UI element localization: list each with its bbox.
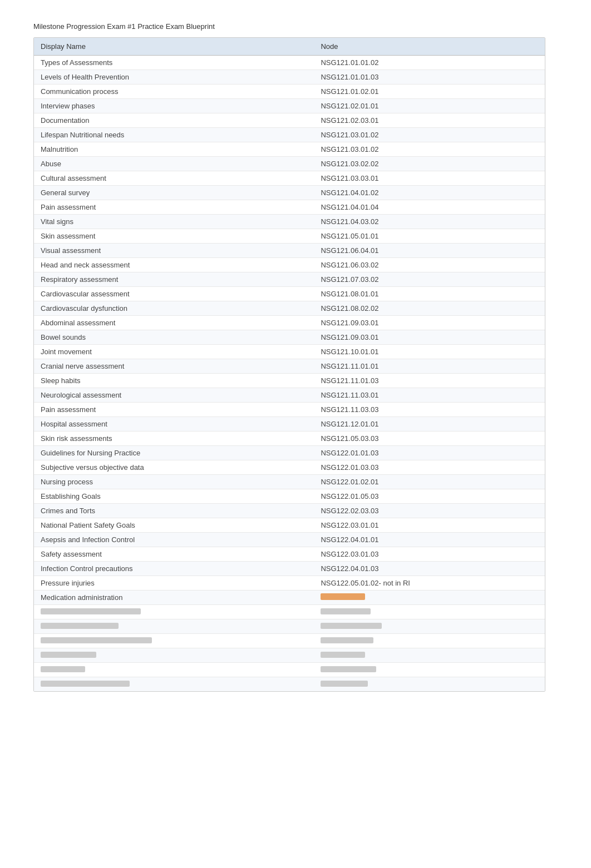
cell-node: NSG122.01.02.01: [314, 475, 545, 489]
cell-display-name: Subjective versus objective data: [34, 460, 314, 475]
cell-display-name: Sleep habits: [34, 374, 314, 388]
table-row: Pressure injuriesNSG122.05.01.02- not in…: [34, 576, 545, 591]
table-row: AbuseNSG121.03.02.02: [34, 157, 545, 171]
table-row: [34, 619, 545, 634]
cell-display-name: Safety assessment: [34, 547, 314, 562]
cell-display-name: [34, 634, 314, 648]
table-row: [34, 663, 545, 677]
cell-node: NSG121.03.02.02: [314, 157, 545, 171]
cell-node: NSG121.05.01.01: [314, 229, 545, 244]
table-row: [34, 605, 545, 619]
cell-node: NSG122.02.03.03: [314, 504, 545, 518]
table-row: [34, 677, 545, 692]
cell-node: NSG122.01.01.03: [314, 446, 545, 460]
cell-node: NSG121.02.01.01: [314, 99, 545, 113]
cell-display-name: Skin assessment: [34, 229, 314, 244]
cell-node: NSG121.03.03.01: [314, 171, 545, 186]
table-row: Bowel soundsNSG121.09.03.01: [34, 330, 545, 345]
cell-display-name: Medication administration: [34, 591, 314, 605]
cell-display-name: Abdominal assessment: [34, 316, 314, 330]
cell-display-name: Pain assessment: [34, 403, 314, 417]
cell-display-name: Head and neck assessment: [34, 258, 314, 272]
cell-display-name: Interview phases: [34, 99, 314, 113]
table-row: Head and neck assessmentNSG121.06.03.02: [34, 258, 545, 272]
table-row: Joint movementNSG121.10.01.01: [34, 345, 545, 359]
table-row: Skin assessmentNSG121.05.01.01: [34, 229, 545, 244]
cell-display-name: Documentation: [34, 113, 314, 128]
cell-display-name: National Patient Safety Goals: [34, 518, 314, 533]
cell-display-name: Cardiovascular assessment: [34, 287, 314, 301]
cell-node: NSG121.04.01.02: [314, 186, 545, 200]
cell-node: NSG121.09.03.01: [314, 316, 545, 330]
cell-node: [314, 648, 545, 663]
cell-node: NSG121.08.02.02: [314, 301, 545, 316]
table-row: Nursing processNSG122.01.02.01: [34, 475, 545, 489]
table-row: Vital signsNSG121.04.03.02: [34, 215, 545, 229]
cell-display-name: [34, 677, 314, 692]
cell-display-name: [34, 663, 314, 677]
table-row: Crimes and TortsNSG122.02.03.03: [34, 504, 545, 518]
cell-node: NSG121.11.03.01: [314, 388, 545, 403]
cell-node: NSG122.04.01.01: [314, 533, 545, 547]
table-row: Hospital assessmentNSG121.12.01.01: [34, 417, 545, 431]
cell-node: [314, 619, 545, 634]
cell-display-name: Neurological assessment: [34, 388, 314, 403]
cell-display-name: Cranial nerve assessment: [34, 359, 314, 374]
table-row: Guidelines for Nursing PracticeNSG122.01…: [34, 446, 545, 460]
cell-node: NSG121.11.01.01: [314, 359, 545, 374]
cell-node: NSG121.04.01.04: [314, 200, 545, 215]
page-title: Milestone Progression Exam #1 Practice E…: [33, 22, 558, 31]
cell-node: NSG121.11.03.03: [314, 403, 545, 417]
cell-node: NSG121.01.02.01: [314, 85, 545, 99]
table-row: National Patient Safety GoalsNSG122.03.0…: [34, 518, 545, 533]
table-row: Safety assessmentNSG122.03.01.03: [34, 547, 545, 562]
cell-node: NSG122.01.03.03: [314, 460, 545, 475]
cell-node: [314, 591, 545, 605]
table-row: Cardiovascular assessmentNSG121.08.01.01: [34, 287, 545, 301]
table-row: Subjective versus objective dataNSG122.0…: [34, 460, 545, 475]
cell-display-name: Cultural assessment: [34, 171, 314, 186]
cell-display-name: [34, 619, 314, 634]
cell-node: NSG122.01.05.03: [314, 489, 545, 504]
blueprint-table: Display Name Node Types of AssessmentsNS…: [34, 38, 545, 691]
cell-node: [314, 605, 545, 619]
cell-node: NSG122.04.01.03: [314, 562, 545, 576]
cell-node: NSG121.04.03.02: [314, 215, 545, 229]
cell-node: NSG122.03.01.03: [314, 547, 545, 562]
cell-node: NSG121.12.01.01: [314, 417, 545, 431]
cell-node: NSG121.10.01.01: [314, 345, 545, 359]
table-row: Interview phasesNSG121.02.01.01: [34, 99, 545, 113]
cell-display-name: Establishing Goals: [34, 489, 314, 504]
cell-node: NSG121.01.01.02: [314, 56, 545, 70]
table-row: Pain assessmentNSG121.04.01.04: [34, 200, 545, 215]
cell-node: NSG121.08.01.01: [314, 287, 545, 301]
cell-display-name: Guidelines for Nursing Practice: [34, 446, 314, 460]
cell-node: NSG121.07.03.02: [314, 272, 545, 287]
table-row: Visual assessmentNSG121.06.04.01: [34, 244, 545, 258]
cell-node: NSG121.11.01.03: [314, 374, 545, 388]
cell-display-name: Cardiovascular dysfunction: [34, 301, 314, 316]
cell-display-name: Malnutrition: [34, 142, 314, 157]
table-row: Medication administration: [34, 591, 545, 605]
cell-display-name: Visual assessment: [34, 244, 314, 258]
table-row: Neurological assessmentNSG121.11.03.01: [34, 388, 545, 403]
blueprint-table-container: Display Name Node Types of AssessmentsNS…: [33, 37, 545, 692]
cell-node: NSG121.06.04.01: [314, 244, 545, 258]
table-row: General surveyNSG121.04.01.02: [34, 186, 545, 200]
table-row: Pain assessmentNSG121.11.03.03: [34, 403, 545, 417]
cell-node: NSG121.05.03.03: [314, 431, 545, 446]
table-row: Abdominal assessmentNSG121.09.03.01: [34, 316, 545, 330]
column-header-node: Node: [314, 38, 545, 56]
table-header-row: Display Name Node: [34, 38, 545, 56]
cell-display-name: Respiratory assessment: [34, 272, 314, 287]
table-row: [34, 634, 545, 648]
cell-display-name: Crimes and Torts: [34, 504, 314, 518]
cell-node: NSG121.03.01.02: [314, 142, 545, 157]
table-row: Asepsis and Infection ControlNSG122.04.0…: [34, 533, 545, 547]
cell-display-name: Communication process: [34, 85, 314, 99]
table-row: Lifespan Nutritional needsNSG121.03.01.0…: [34, 128, 545, 142]
cell-display-name: Bowel sounds: [34, 330, 314, 345]
cell-display-name: Skin risk assessments: [34, 431, 314, 446]
table-row: [34, 648, 545, 663]
cell-display-name: Pain assessment: [34, 200, 314, 215]
